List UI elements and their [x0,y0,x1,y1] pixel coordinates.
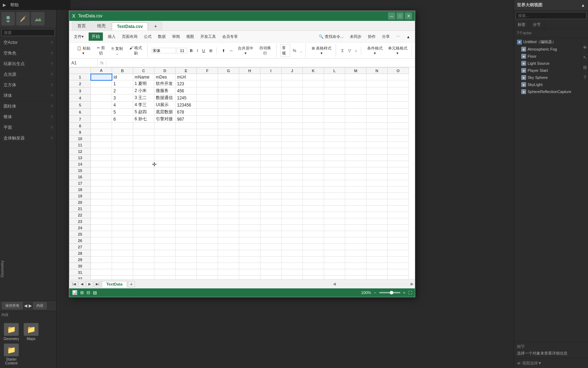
sheet-nav-first[interactable]: |◀ [71,281,78,287]
tab-tags[interactable]: 标签 [514,21,529,29]
cell-M8[interactable] [345,123,366,129]
ribbon-sync-btn[interactable]: 未同步 [348,33,363,40]
cell-A23[interactable] [91,218,112,225]
cell-L18[interactable] [324,186,345,193]
cell-D13[interactable] [154,155,176,161]
cell-G14[interactable] [218,161,239,167]
cell-J5[interactable] [282,102,303,109]
cell-L21[interactable] [324,206,345,212]
cell-B15[interactable] [112,167,133,174]
cell-G23[interactable] [218,218,239,225]
cell-H17[interactable] [239,180,260,186]
cell-O31[interactable] [388,269,409,276]
cell-E29[interactable] [176,257,197,263]
cell-L10[interactable] [324,136,345,142]
cell-N1[interactable] [366,74,388,80]
cell-B31[interactable] [112,269,133,276]
cell-J31[interactable] [282,269,303,276]
col-header-B[interactable]: B [112,68,133,74]
cell-I12[interactable] [260,148,282,155]
cell-E31[interactable] [176,269,197,276]
save-all-button[interactable]: 保存所有 [2,302,23,309]
cell-H23[interactable] [239,218,260,225]
cell-J20[interactable] [282,199,303,206]
cell-H7[interactable] [239,116,260,123]
row-header-14[interactable]: 14 [70,161,91,167]
cell-N28[interactable] [366,250,388,257]
row-header-6[interactable]: 6 [70,109,91,116]
col-header-J[interactable]: J [282,68,303,74]
cell-E16[interactable] [176,174,197,180]
cell-L23[interactable] [324,218,345,225]
cell-B2[interactable]: 1 [112,80,133,87]
format-brush-btn[interactable]: 🖌 格式刷 [126,45,145,57]
cell-A4[interactable] [91,94,112,102]
content-item-starter[interactable]: 📁 Starter Content [3,344,20,365]
cell-K10[interactable] [303,136,324,142]
row-header-13[interactable]: 13 [70,155,91,161]
cell-H6[interactable] [239,109,260,116]
cell-I16[interactable] [260,174,282,180]
cell-F24[interactable] [197,225,218,231]
sidebar-item-empty-actor[interactable]: 空Actor ? [0,38,56,48]
cell-A20[interactable] [91,199,112,206]
cell-E2[interactable]: 123 [176,80,197,87]
ribbon-member-btn[interactable]: 会员专享 [220,33,240,40]
cell-N9[interactable] [366,129,388,136]
cell-B1[interactable]: id [112,74,133,80]
cell-ref[interactable]: A1 [69,59,98,67]
cell-B21[interactable] [112,206,133,212]
cell-A32[interactable] [91,276,112,280]
cell-D11[interactable] [154,142,176,148]
cell-K26[interactable] [303,237,324,244]
ribbon-more-btn[interactable]: ⋯ [394,34,402,40]
cell-M29[interactable] [345,257,366,263]
sidebar-item-cylinder[interactable]: 圆柱体 ? [0,101,56,112]
view-select-area[interactable]: 👁 视图选择▼ [514,358,588,368]
cell-I23[interactable] [260,218,282,225]
cell-A26[interactable] [91,237,112,244]
cell-N7[interactable] [366,116,388,123]
cell-O14[interactable] [388,161,409,167]
percent-btn[interactable]: % [291,48,298,53]
cell-F14[interactable] [197,161,218,167]
cell-K9[interactable] [303,129,324,136]
ribbon-view-btn[interactable]: 视图 [184,33,196,40]
cell-J21[interactable] [282,206,303,212]
sidebar-item-point-light[interactable]: 点光源 ? [0,69,56,80]
cell-K19[interactable] [303,193,324,199]
cell-C21[interactable] [133,206,154,212]
cell-M21[interactable] [345,206,366,212]
font-size-input[interactable]: 11 [177,48,187,53]
sidebar-item-sphere[interactable]: 球体 ? [0,91,56,101]
cell-F6[interactable] [197,109,218,116]
cell-G31[interactable] [218,269,239,276]
cell-C26[interactable] [133,237,154,244]
cell-N10[interactable] [366,136,388,142]
cell-C24[interactable] [133,225,154,231]
cell-J12[interactable] [282,148,303,155]
cell-D23[interactable] [154,218,176,225]
cell-A25[interactable] [91,231,112,237]
ue-landscape-icon[interactable] [31,12,45,25]
cell-C12[interactable] [133,148,154,155]
cell-M14[interactable] [345,161,366,167]
sidebar-item-box-trigger[interactable]: 盒体触发器 ? [0,133,56,144]
cell-O7[interactable] [388,116,409,123]
sum-btn[interactable]: Σ [340,48,346,53]
cell-O27[interactable] [388,244,409,250]
cell-B22[interactable] [112,212,133,218]
cell-K8[interactable] [303,123,324,129]
formula-input[interactable] [107,61,415,65]
cell-D26[interactable] [154,237,176,244]
cell-N6[interactable] [366,109,388,116]
cell-I22[interactable] [260,212,282,218]
cell-F17[interactable] [197,180,218,186]
cell-J7[interactable] [282,116,303,123]
cell-J3[interactable] [282,87,303,94]
cell-J30[interactable] [282,263,303,269]
row-header-28[interactable]: 28 [70,250,91,257]
cell-J15[interactable] [282,167,303,174]
col-header-F[interactable]: F [197,68,218,74]
col-header-K[interactable]: K [303,68,324,74]
